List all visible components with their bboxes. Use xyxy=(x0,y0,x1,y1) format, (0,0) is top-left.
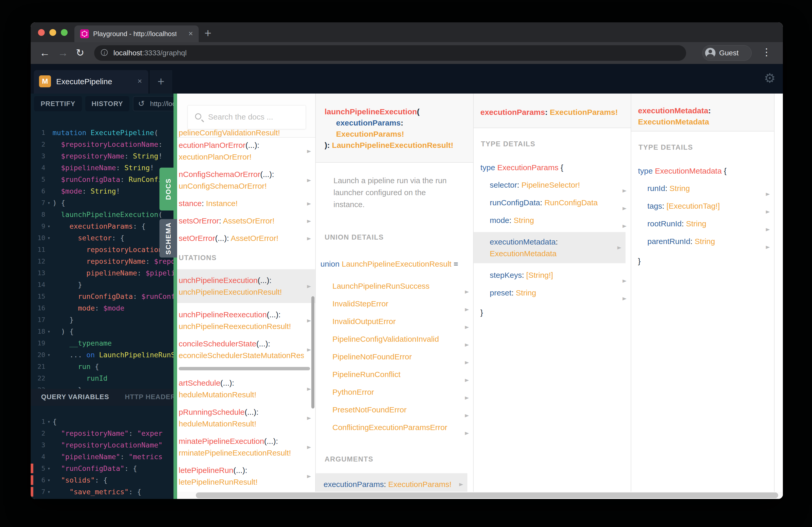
query-variables-editor[interactable]: 1▾{2 "repositoryName": "exper3 "reposito… xyxy=(31,416,173,498)
docs-search-box[interactable] xyxy=(188,105,306,129)
code-text: ) { xyxy=(53,197,65,209)
type-field[interactable]: parentRunId: String▶ xyxy=(631,236,774,253)
fold-caret-icon[interactable]: ▾ xyxy=(45,349,53,361)
line-number: 7 xyxy=(31,197,45,209)
code-text: "save_metrics": { xyxy=(53,486,141,498)
editor-line: 18▾ ) { xyxy=(31,326,173,337)
chevron-right-icon: ▶ xyxy=(465,358,469,367)
query-editor[interactable]: 1mutation ExecutePipeline(2 $repositoryL… xyxy=(31,127,173,396)
address-bar[interactable]: i localhost:3333/graphql xyxy=(94,45,686,61)
code-text: __typename xyxy=(53,337,112,349)
fold-caret-icon[interactable]: ▾ xyxy=(45,232,53,244)
union-member[interactable]: PipelineNotFoundError▶ xyxy=(316,351,473,368)
profile-button[interactable]: Guest xyxy=(702,45,752,61)
type-field[interactable]: selector: PipelineSelector!▶ xyxy=(474,179,631,197)
playground-tab-close-icon[interactable]: × xyxy=(137,77,142,86)
type-details-title: TYPE DETAILS xyxy=(639,144,774,151)
fold-caret-icon[interactable]: ▾ xyxy=(45,474,53,486)
union-member[interactable]: InvalidStepError▶ xyxy=(316,298,473,315)
code-text: "repositoryName": "exper xyxy=(53,427,162,439)
browser-tab[interactable]: Playground - http://localhost:3 × xyxy=(74,26,199,42)
maximize-window-button[interactable] xyxy=(61,29,68,36)
browser-menu-icon[interactable]: ⋮ xyxy=(762,46,771,58)
editor-line: 5▾ "runConfigData": { xyxy=(31,463,173,474)
endpoint-input[interactable]: ↺http://loc xyxy=(133,96,173,111)
fold-caret-icon[interactable]: ▾ xyxy=(45,197,53,209)
minimize-window-button[interactable] xyxy=(49,29,56,36)
new-tab-button[interactable]: + xyxy=(204,26,212,40)
type-field[interactable]: tags: [ExecutionTag!]▶ xyxy=(631,200,774,218)
doc-item-partial[interactable]: pelineConfigValidationResult! xyxy=(179,127,280,138)
doc-item[interactable]: ecutionPlanOrError(...):xecutionPlanOrEr… xyxy=(179,139,315,163)
code-text: $mode: String! xyxy=(53,185,120,197)
horizontal-scrollbar[interactable] xyxy=(196,493,778,498)
doc-item[interactable]: pRunningSchedule(...):heduleMutationResu… xyxy=(179,406,315,430)
chevron-right-icon: ▶ xyxy=(307,178,311,182)
settings-gear-icon[interactable]: ⚙ xyxy=(764,71,775,86)
doc-item[interactable]: setsOrError: AssetsOrError!▶ xyxy=(179,215,315,227)
playground-tab-title: ExecutePipeline xyxy=(56,77,112,86)
doc-item[interactable]: concileSchedulerState(...):econcileSched… xyxy=(179,338,315,361)
fold-caret-icon[interactable]: ▾ xyxy=(45,463,53,474)
union-member[interactable]: PipelineConfigValidationInvalid▶ xyxy=(316,333,473,351)
union-member[interactable]: PipelineRunConflict▶ xyxy=(316,368,473,386)
doc-item[interactable]: unchPipelineReexecution(...):unchPipelin… xyxy=(179,309,315,332)
forward-button[interactable]: → xyxy=(58,47,68,59)
close-window-button[interactable] xyxy=(38,29,45,36)
back-button[interactable]: ← xyxy=(40,47,50,59)
prettify-button[interactable]: PRETTIFY xyxy=(34,96,82,111)
tab-docs[interactable]: DOCS xyxy=(159,168,177,210)
tab-schema[interactable]: SCHEMA xyxy=(159,219,177,257)
chevron-right-icon: ▶ xyxy=(459,480,463,489)
fold-caret-icon[interactable]: ▾ xyxy=(45,220,53,232)
type-field[interactable]: runConfigData: RunConfigData▶ xyxy=(474,197,631,214)
editor-line: 7▾ "save_metrics": { xyxy=(31,486,173,498)
type-field[interactable]: mode: String▶ xyxy=(474,214,631,232)
doc-item[interactable]: letePipelineRun(...):letePipelineRunResu… xyxy=(179,464,315,488)
union-member[interactable]: ConflictingExecutionParamsError▶ xyxy=(316,421,473,439)
type-declaration: type ExecutionMetadata { xyxy=(638,165,774,177)
playground-tab[interactable]: M ExecutePipeline × xyxy=(34,70,148,93)
doc-item[interactable]: unchPipelineExecution(...):unchPipelineE… xyxy=(177,269,315,303)
doc-item[interactable]: nConfigSchemaOrError(...):unConfigSchema… xyxy=(179,168,315,192)
header-line: executionParams: ExecutionParams! xyxy=(480,107,631,118)
header-line: executionMetadata: xyxy=(638,105,774,116)
tab-query-variables[interactable]: QUERY VARIABLES xyxy=(41,393,109,401)
code-text: runConfigData: $runConfigData xyxy=(53,290,173,302)
type-field[interactable]: runId: String▶ xyxy=(631,182,774,200)
chevron-right-icon: ▶ xyxy=(465,411,469,420)
type-field-selected[interactable]: executionMetadata:ExecutionMetadata▶ xyxy=(474,232,625,263)
doc-item[interactable]: artSchedule(...):heduleMutationResult!▶ xyxy=(179,377,315,401)
code-text: } xyxy=(53,314,74,326)
code-text: "repositoryLocationName" xyxy=(53,439,162,451)
chevron-right-icon: ▶ xyxy=(766,242,770,252)
header-line: ExecutionMetadata xyxy=(638,116,774,127)
chevron-right-icon: ▶ xyxy=(623,276,626,286)
doc-item[interactable]: setOrError(...): AssetOrError!▶ xyxy=(179,232,315,244)
vertical-scrollbar[interactable] xyxy=(311,296,315,408)
reload-button[interactable]: ↻ xyxy=(76,47,84,59)
code-text: $repositoryLocationName: xyxy=(53,138,162,150)
code-text: $pipelineName: String! xyxy=(53,162,154,174)
playground-new-tab-button[interactable]: + xyxy=(150,70,172,93)
code-text: repositoryName: $repositoryName xyxy=(53,255,173,267)
doc-item[interactable]: minatePipelineExecution(...):rminatePipe… xyxy=(179,435,315,459)
type-field[interactable]: rootRunId: String▶ xyxy=(631,218,774,236)
type-field[interactable]: stepKeys: [String!]▶ xyxy=(474,269,631,287)
tab-http-headers[interactable]: HTTP HEADERS xyxy=(125,393,173,401)
union-member[interactable]: LaunchPipelineRunSuccess▶ xyxy=(316,280,473,298)
horizontal-scrollbar[interactable] xyxy=(179,367,310,370)
union-member[interactable]: InvalidOutputError▶ xyxy=(316,315,473,333)
docs-search-input[interactable] xyxy=(207,106,290,129)
tab-close-icon[interactable]: × xyxy=(188,29,193,38)
history-button[interactable]: HISTORY xyxy=(85,96,129,111)
site-info-icon[interactable]: i xyxy=(101,49,108,56)
type-field[interactable]: preset: String▶ xyxy=(474,287,631,304)
union-member[interactable]: PresetNotFoundError▶ xyxy=(316,404,473,421)
code-text: repositoryLocationName: $repositoryLocat… xyxy=(53,244,173,255)
doc-item[interactable]: stance: Instance!▶ xyxy=(179,197,315,209)
fold-caret-icon[interactable]: ▾ xyxy=(45,326,53,337)
fold-caret-icon[interactable]: ▾ xyxy=(45,416,53,427)
union-member[interactable]: PythonError▶ xyxy=(316,386,473,404)
fold-caret-icon[interactable]: ▾ xyxy=(45,486,53,498)
